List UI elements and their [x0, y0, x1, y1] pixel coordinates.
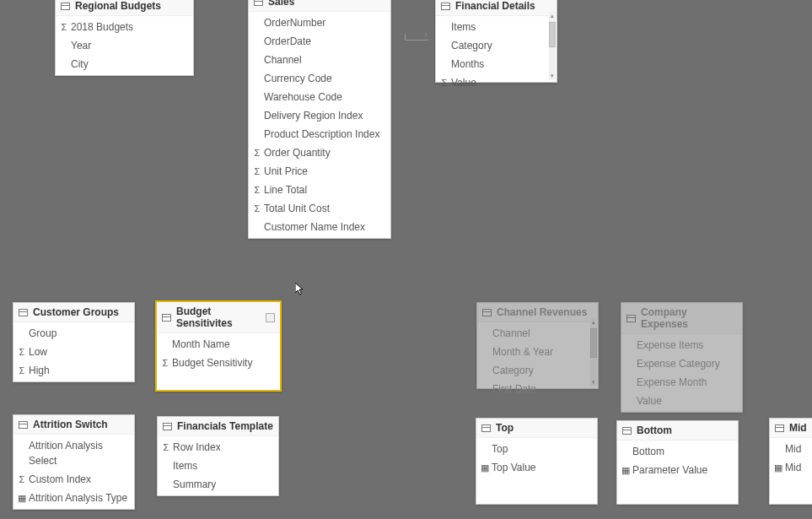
- scrollbar[interactable]: ▴ ▾: [549, 12, 556, 80]
- scrollbar-thumb[interactable]: [590, 328, 597, 358]
- field-item[interactable]: ΣTotal Unit Cost: [249, 199, 390, 218]
- table-header[interactable]: Attrition Switch: [13, 415, 134, 435]
- table-title: Top: [496, 422, 514, 434]
- scroll-up-icon[interactable]: ▴: [590, 318, 597, 327]
- field-item[interactable]: ΣBudget Sensitivity: [157, 354, 280, 372]
- table-header[interactable]: Customer Groups: [13, 303, 134, 322]
- field-item[interactable]: Channel: [477, 324, 589, 343]
- field-item[interactable]: ΣRow Index: [158, 438, 278, 457]
- field-label: Expense Items: [637, 338, 703, 353]
- table-company-expenses[interactable]: Company Expenses Expense Items Expense C…: [621, 302, 743, 413]
- field-label: Mid: [785, 441, 801, 457]
- field-item[interactable]: ΣHigh: [13, 361, 134, 380]
- field-list: Channel Month & Year Category First Date: [477, 322, 598, 400]
- scroll-down-icon[interactable]: ▾: [549, 72, 556, 80]
- field-item[interactable]: Month Name: [157, 335, 280, 354]
- table-sales[interactable]: Sales OrderNumber OrderDate Channel Curr…: [248, 0, 391, 239]
- table-header[interactable]: Top: [476, 419, 597, 438]
- field-item[interactable]: Items: [436, 18, 548, 36]
- field-label: Warehouse Code: [264, 89, 342, 105]
- table-customer-groups[interactable]: Customer Groups Group ΣLow ΣHigh: [13, 302, 135, 382]
- table-channel-revenues[interactable]: Channel Revenues Channel Month & Year Ca…: [476, 302, 599, 389]
- table-top[interactable]: Top Top ▦Top Value: [476, 418, 598, 505]
- field-item[interactable]: Product Description Index: [249, 125, 390, 143]
- table-header[interactable]: Bottom: [617, 421, 738, 441]
- table-mid[interactable]: Mid Mid ▦Mid: [769, 418, 812, 505]
- table-icon: [19, 421, 28, 429]
- field-item[interactable]: Customer Name Index: [249, 218, 390, 236]
- field-item[interactable]: First Date: [477, 380, 589, 398]
- field-item[interactable]: ΣLow: [13, 343, 134, 361]
- field-item[interactable]: Category: [436, 36, 548, 55]
- table-title: Financials Template: [177, 420, 273, 432]
- field-label: Attrition Analysis Select: [29, 438, 129, 468]
- table-options-button[interactable]: [266, 313, 275, 322]
- field-item[interactable]: Expense Items: [621, 336, 742, 354]
- field-item[interactable]: Year: [56, 36, 193, 55]
- table-header[interactable]: Channel Revenues: [477, 303, 598, 322]
- table-regional-budgets[interactable]: Regional Budgets Σ2018 Budgets Year City: [55, 0, 194, 76]
- field-item[interactable]: Expense Category: [621, 354, 742, 373]
- field-item[interactable]: Category: [477, 361, 589, 380]
- field-item[interactable]: Warehouse Code: [249, 88, 390, 106]
- table-title: Company Expenses: [641, 306, 737, 330]
- sigma-icon: Σ: [17, 364, 27, 378]
- field-item[interactable]: Σ2018 Budgets: [56, 18, 193, 36]
- field-item[interactable]: Top: [476, 440, 597, 458]
- table-header[interactable]: Sales: [249, 0, 390, 12]
- field-label: Custom Index: [29, 472, 91, 487]
- table-title: Mid: [789, 422, 807, 434]
- field-label: First Date: [492, 381, 536, 397]
- field-item[interactable]: ▦Attrition Analysis Type: [13, 489, 134, 507]
- field-item[interactable]: ΣOrder Quantity: [249, 143, 390, 162]
- field-item[interactable]: Bottom: [617, 442, 738, 461]
- scroll-down-icon[interactable]: ▾: [590, 378, 597, 387]
- field-item[interactable]: Delivery Region Index: [249, 106, 390, 125]
- sigma-icon: Σ: [161, 441, 171, 455]
- table-header[interactable]: Financial Details: [436, 0, 557, 16]
- scrollbar-thumb[interactable]: [549, 22, 556, 47]
- field-item[interactable]: City: [56, 55, 193, 73]
- table-attrition-switch[interactable]: Attrition Switch Attrition Analysis Sele…: [13, 414, 135, 510]
- field-list: Bottom ▦Parameter Value: [617, 441, 738, 481]
- field-item[interactable]: OrderNumber: [249, 14, 390, 32]
- table-header[interactable]: Regional Budgets: [56, 0, 193, 16]
- table-financial-details[interactable]: Financial Details Items Category Months …: [435, 0, 557, 83]
- field-label: Expense Month: [637, 375, 707, 390]
- table-header[interactable]: Mid: [770, 419, 812, 438]
- table-header[interactable]: Budget Sensitivites: [157, 302, 280, 333]
- table-header[interactable]: Company Expenses: [621, 303, 742, 334]
- field-item[interactable]: ΣCustom Index: [13, 470, 134, 489]
- table-title: Regional Budgets: [75, 0, 161, 12]
- field-item[interactable]: Channel: [249, 51, 390, 69]
- field-item[interactable]: ▦Mid: [770, 458, 812, 477]
- field-label: Category: [451, 38, 492, 53]
- field-item[interactable]: ▦Top Value: [476, 458, 597, 477]
- field-item[interactable]: Items: [158, 457, 278, 475]
- field-list: Expense Items Expense Category Expense M…: [621, 334, 742, 412]
- scrollbar[interactable]: ▴ ▾: [590, 318, 597, 387]
- field-item[interactable]: Attrition Analysis Select: [13, 436, 134, 470]
- field-item[interactable]: ΣUnit Price: [249, 162, 390, 181]
- field-item[interactable]: Value: [621, 392, 742, 410]
- field-item[interactable]: Month & Year: [477, 343, 589, 361]
- table-budget-sensitivities[interactable]: Budget Sensitivites Month Name ΣBudget S…: [155, 300, 282, 392]
- table-financials-template[interactable]: Financials Template ΣRow Index Items Sum…: [157, 416, 279, 496]
- field-label: Category: [492, 363, 534, 378]
- field-item[interactable]: Months: [436, 55, 548, 73]
- field-item[interactable]: Currency Code: [249, 69, 390, 88]
- table-icon: [481, 424, 491, 432]
- field-item[interactable]: Summary: [158, 475, 278, 494]
- scroll-up-icon[interactable]: ▴: [549, 12, 556, 20]
- table-bottom[interactable]: Bottom Bottom ▦Parameter Value: [616, 420, 739, 505]
- field-item[interactable]: ΣValue: [436, 73, 548, 92]
- field-item[interactable]: ▦Parameter Value: [617, 461, 738, 479]
- field-item[interactable]: Expense Month: [621, 373, 742, 392]
- field-item[interactable]: Mid: [770, 440, 812, 458]
- field-item[interactable]: OrderDate: [249, 32, 390, 51]
- field-label: Items: [451, 19, 476, 35]
- field-item[interactable]: Group: [13, 324, 134, 343]
- table-header[interactable]: Financials Template: [158, 417, 278, 436]
- field-item[interactable]: ΣLine Total: [249, 181, 390, 199]
- field-label: Mid: [785, 460, 801, 475]
